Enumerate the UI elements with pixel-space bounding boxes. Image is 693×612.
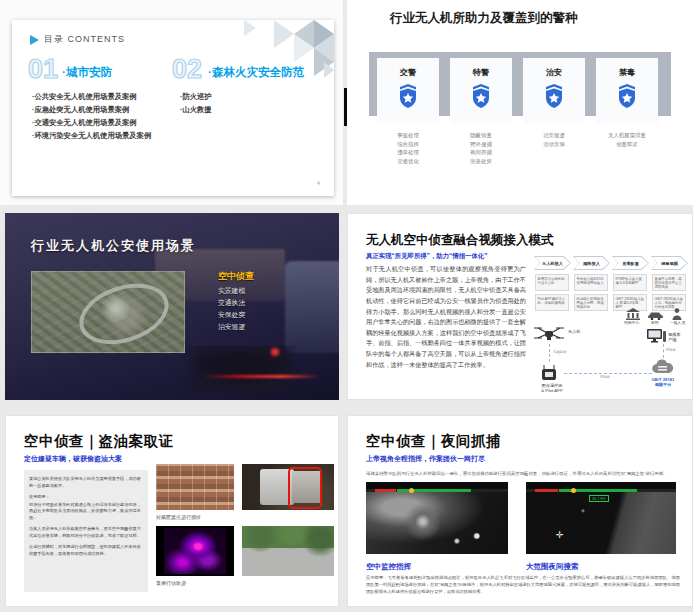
police-list-antidrug: 无人机罂粟排查 侦查取证 — [584, 131, 670, 148]
night-slide-subtitle: 上帝视角全程指挥，作案团伙一网打尽 — [366, 454, 485, 464]
frontline-label: 一线人员 — [670, 320, 685, 325]
scene-slide-title: 行业无人机公安使用场景 — [31, 237, 196, 255]
police-list-item: 应急处突 — [438, 157, 524, 166]
thermal-image — [164, 528, 226, 574]
toc-section-1-number: 01 — [28, 56, 58, 83]
police-card-label: 特警 — [450, 67, 512, 78]
frontline-person-icon — [672, 308, 682, 320]
zoom-level-badge: 30.7 EV — [589, 495, 609, 502]
flow-step-chevron: 无人机接入 — [534, 256, 571, 270]
police-card-antidrug: 禁毒 — [596, 58, 658, 124]
front-command-car-icon — [648, 310, 663, 320]
police-list-item: 夜间抓捕 — [438, 148, 524, 157]
wireless-link-label: 无线链路 — [553, 350, 567, 354]
oil-summary-box: 某地公安机关特巡大队采用无人机作为重要侦查手段，成功破获一起偷盗油案件。 应用摘… — [24, 470, 148, 592]
toc-item: ·防火巡护 — [180, 90, 212, 103]
wireless-link-line — [549, 344, 550, 362]
police-card-label: 治安 — [523, 67, 585, 78]
scene-highlight: 空中侦查 — [218, 270, 254, 282]
slide-thumbnail-use-scene[interactable]: 行业无人机公安使用场景 空中侦查 实景建模 交通执法 安保处突 治安巡逻 — [5, 213, 339, 400]
drone-ui-statusline — [526, 489, 676, 492]
scene-item: 治安巡逻 — [218, 321, 254, 333]
access-mode-diagram: 无人机接入 网络接入 直播配置 调看视频 部署带云台相机的行业无人机 手机热点或… — [534, 256, 686, 396]
slide-thumbnail-night-capture[interactable]: 空中侦查｜夜间抓捕 上帝视角全程指挥，作案团伙一网打尽 福建某特警支队利用行业无… — [347, 415, 693, 607]
toc-section-2-number: 02 — [172, 56, 202, 83]
toc-item: ·山火救援 — [180, 103, 212, 116]
arrow-right-icon — [30, 35, 39, 45]
ip-link-label: IP链路 — [600, 375, 610, 379]
platform-label-line2: 视频平台 — [644, 382, 682, 387]
target-highlight-box — [288, 467, 322, 509]
toc-item: ·应急处突无人机使用场景案例 — [32, 103, 151, 116]
street-tracking-photo — [242, 526, 334, 576]
flow-step-label: 直播配置 — [613, 257, 648, 269]
remote-controller-icon — [540, 364, 558, 382]
oil-slide-subtitle: 定位嫌疑车辆，破获偷盗油大案 — [24, 454, 122, 464]
red-light-dot — [271, 348, 279, 356]
interchange-road-shape — [71, 274, 175, 356]
shield-star-icon — [469, 83, 493, 109]
slide-thumbnail-oil-case[interactable]: 空中侦查｜盗油案取证 定位嫌疑车辆，破获偷盗油大案 某地公安机关特巡大队采用无人… — [5, 415, 339, 607]
toc-section-2-title-row: 02 ·森林火灾安全防范 — [172, 56, 304, 83]
cloud-platform-icon — [652, 359, 674, 375]
night-image-content — [366, 482, 508, 554]
command-center-icon — [626, 308, 640, 320]
drone-ui-topbar — [366, 482, 508, 489]
toc-slide-card: 目录 CONTENTS 01 ·城市安防 ·公共安全无人机使用场景及案例 ·应急… — [12, 20, 334, 196]
shield-star-icon — [396, 83, 420, 109]
drone-ui-statusline — [366, 489, 508, 492]
flow-note: RTMP模式接入直播 DJI专用APP — [613, 274, 647, 291]
platform-label: GB/T 28181 视频平台 — [644, 377, 682, 388]
slide-thumbnail-access-mode[interactable]: 无人机空中侦查融合视频接入模式 真正实现“所见即所得”，助力“情指一体化” 对于… — [347, 213, 693, 400]
status-segment-red — [535, 489, 558, 492]
oil-slide-title: 空中侦查｜盗油案取证 — [24, 432, 174, 451]
scene-list: 空中侦查 实景建模 交通执法 安保处突 治安巡逻 — [218, 270, 254, 333]
drone-ui-topbar — [526, 482, 676, 489]
oil-photo-caption-2: 掌握行动轨迹 — [156, 580, 186, 586]
mode-slide-subtitle: 真正实现“所见即所得”，助力“情指一体化” — [366, 252, 487, 261]
controller-label: 图传遥控器 & Pilot APP — [534, 383, 570, 394]
oil-heading: 应用摘要： — [29, 494, 143, 501]
scene-item: 实景建模 — [218, 285, 254, 297]
shield-star-icon — [615, 83, 639, 109]
status-marker-dot — [571, 488, 576, 493]
front-command-label: 前指 — [651, 320, 659, 325]
night-body-paragraph: 应用摘要：飞手将装备提前到达预定抓捕地点附近，利用双光无人机起飞后对飞行区域监控… — [366, 574, 680, 596]
oil-bullet: 犯罪分子驾驶改装车针对高速公路上的运油车进行盗油犯罪，再赶在天亮前至非法黑油收购… — [29, 502, 143, 523]
red-light-streak — [201, 375, 321, 378]
status-marker-dot — [409, 488, 414, 493]
police-card-security: 治安 — [523, 58, 585, 124]
police-card-label: 禁毒 — [596, 67, 658, 78]
police-van-photo-shape — [285, 261, 339, 353]
flow-note: 直播平台观看，或经回传推流平台上调取视频 — [652, 274, 686, 291]
toc-section-1-items: ·公共安全无人机使用场景及案例 ·应急处突无人机使用场景案例 ·交通安全无人机使… — [32, 90, 151, 142]
drone-label: 无人机 — [568, 329, 581, 334]
police-card-traffic: 交警 — [377, 58, 439, 124]
toc-section-1-title-row: 01 ·城市安防 — [28, 56, 112, 83]
scene-item: 交通执法 — [218, 297, 254, 309]
oil-photo-caption-1: 对藏匿窝点进行摸排 — [156, 514, 201, 520]
drone-icon — [534, 322, 564, 342]
toc-section-1-title: ·城市安防 — [62, 65, 112, 80]
flow-note: 机场或公安视频专网接入内网，完成视频定向 — [574, 294, 608, 311]
police-card-label: 交警 — [377, 67, 439, 78]
toc-section-2-items: ·防火巡护 ·山火救援 — [180, 90, 212, 116]
slide-thumbnail-toc[interactable]: 目录 CONTENTS 01 ·城市安防 ·公共安全无人机使用场景及案例 ·应急… — [0, 0, 343, 205]
shield-star-icon — [542, 83, 566, 109]
slide-grid: 目录 CONTENTS 01 ·城市安防 ·公共安全无人机使用场景及案例 ·应急… — [0, 0, 693, 612]
slide-thumbnail-police-types[interactable]: 行业无人机所助力及覆盖到的警种 交警 特警 治安 — [347, 0, 693, 205]
crosshair-icon: ✛ — [556, 530, 564, 540]
client-label: 视频客户端 — [668, 332, 684, 342]
night-slide-title: 空中侦查｜夜间抓捕 — [366, 432, 501, 451]
suspect-vehicle-photo — [242, 464, 334, 510]
ip-link-label-2: IP链路 — [666, 348, 676, 352]
oil-bullet: 办案人员采用无人机搭载高空变焦镜头，通过空中隐蔽侦查方式定位改装车辆，获取犯罪分… — [29, 526, 143, 540]
night-search-screenshot-2: 30.7 EV ✛ — [526, 482, 676, 554]
slide-page-number: 4 — [317, 180, 320, 186]
scene-item: 安保处突 — [218, 309, 254, 321]
night-caption-1: 空中监控指挥 — [366, 562, 411, 572]
night-caption-2: 大范围夜间搜索 — [526, 562, 579, 572]
flow-note: 手机热点或4G/5G专网提供网络接入 — [574, 274, 608, 291]
police-list-item: 侦查取证 — [584, 140, 670, 149]
mode-slide-title: 无人机空中侦查融合视频接入模式 — [366, 232, 554, 249]
